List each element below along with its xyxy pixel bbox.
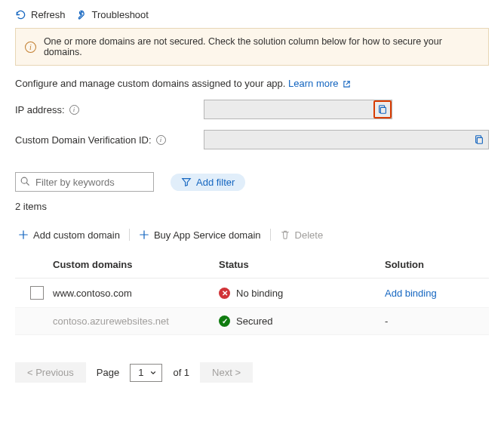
external-link-icon <box>343 80 351 88</box>
add-custom-domain-button[interactable]: Add custom domain <box>15 229 129 241</box>
next-page-button[interactable]: Next > <box>200 362 253 383</box>
learn-more-link[interactable]: Learn more <box>288 78 351 89</box>
filter-icon <box>181 177 192 187</box>
trash-icon <box>280 229 290 240</box>
alert-info-icon: i <box>25 42 36 53</box>
cdv-field[interactable] <box>204 130 489 149</box>
troubleshoot-button[interactable]: Troubleshoot <box>76 9 149 20</box>
delete-button: Delete <box>271 229 333 241</box>
add-binding-link[interactable]: Add binding <box>385 288 437 299</box>
copy-icon <box>474 134 484 145</box>
table-row: www.contoso.com ✕ No binding Add binding <box>15 279 489 308</box>
description: Configure and manage custom domains assi… <box>15 78 489 89</box>
domain-cell: contoso.azurewebsites.net <box>53 315 219 327</box>
description-text: Configure and manage custom domains assi… <box>15 78 288 89</box>
previous-page-button[interactable]: < Previous <box>15 362 86 383</box>
page-of: of 1 <box>173 367 189 378</box>
troubleshoot-icon <box>76 9 88 20</box>
refresh-button[interactable]: Refresh <box>15 9 66 20</box>
items-count: 2 items <box>15 201 489 212</box>
page-label: Page <box>97 367 119 378</box>
plus-icon <box>18 229 29 240</box>
refresh-icon <box>15 9 26 20</box>
filter-keywords-input[interactable] <box>15 172 154 192</box>
solution-cell: - <box>385 315 483 327</box>
ip-address-label: IP address: <box>15 104 65 115</box>
alert-text: One or more domains are not secured. Che… <box>44 36 479 57</box>
column-header-status: Status <box>219 259 385 270</box>
refresh-label: Refresh <box>31 9 66 20</box>
add-custom-domain-label: Add custom domain <box>33 229 120 241</box>
domain-cell: www.contoso.com <box>53 288 219 299</box>
buy-app-service-domain-button[interactable]: Buy App Service domain <box>130 229 270 241</box>
status-ok-icon: ✓ <box>219 315 230 327</box>
column-header-domain: Custom domains <box>53 259 219 270</box>
cdv-copy-button[interactable] <box>470 131 488 149</box>
page-select[interactable]: 1 <box>130 364 162 382</box>
ip-copy-button[interactable] <box>373 100 392 118</box>
svg-rect-1 <box>477 137 482 143</box>
add-filter-button[interactable]: Add filter <box>171 174 245 191</box>
copy-icon <box>377 104 388 115</box>
add-filter-label: Add filter <box>196 177 235 188</box>
chevron-down-icon <box>149 369 157 377</box>
table-row: contoso.azurewebsites.net ✓ Secured - <box>15 308 489 335</box>
search-icon <box>20 176 30 186</box>
ip-info-icon[interactable]: i <box>69 105 79 115</box>
alert-banner: i One or more domains are not secured. C… <box>15 28 489 66</box>
status-text: No binding <box>236 288 283 299</box>
status-text: Secured <box>236 315 272 327</box>
plus-icon <box>139 229 149 240</box>
delete-label: Delete <box>295 229 324 241</box>
status-error-icon: ✕ <box>219 288 230 299</box>
cdv-label: Custom Domain Verification ID: <box>15 134 152 146</box>
page-number: 1 <box>138 367 143 378</box>
domains-table: Custom domains Status Solution www.conto… <box>15 251 489 335</box>
row-checkbox[interactable] <box>30 286 44 300</box>
ip-address-field[interactable] <box>204 100 392 119</box>
cdv-info-icon[interactable]: i <box>156 135 166 145</box>
svg-rect-0 <box>380 107 386 113</box>
troubleshoot-label: Troubleshoot <box>92 9 149 20</box>
column-header-solution: Solution <box>385 259 483 270</box>
buy-domain-label: Buy App Service domain <box>154 229 261 241</box>
